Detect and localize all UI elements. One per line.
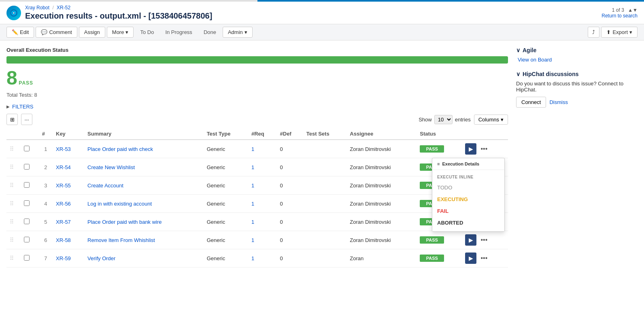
row-summary-link[interactable]: Place Order paid with check <box>87 146 153 152</box>
dropdown-execute-inline-section: EXECUTE INLINE TODO EXECUTING FAIL ABORT… <box>432 170 504 231</box>
row-checkbox[interactable] <box>24 182 30 188</box>
header-right: 1 of 3 ▲▼ Return to search <box>601 7 638 19</box>
edit-button[interactable]: ✏️ Edit <box>6 27 34 38</box>
row-key-link[interactable]: XR-56 <box>56 201 71 207</box>
row-summary-link[interactable]: Place Order paid with bank wire <box>87 219 162 225</box>
assign-button[interactable]: Assign <box>79 27 105 38</box>
columns-button[interactable]: Columns ▾ <box>474 115 508 125</box>
row-req-link[interactable]: 1 <box>251 183 254 189</box>
table-header-row: # Key Summary Test Type #Req #Def Test S… <box>6 128 508 140</box>
agile-title[interactable]: ∨ Agile <box>516 47 638 53</box>
row-req-link[interactable]: 1 <box>251 201 254 207</box>
row-status-cell: PASS <box>417 140 462 158</box>
row-assignee-cell: Zoran Dimitrovski <box>346 140 417 158</box>
row-checkbox[interactable] <box>24 146 30 151</box>
dropdown-todo[interactable]: TODO <box>432 182 504 193</box>
row-checkbox[interactable] <box>24 219 30 224</box>
export-button[interactable]: ⬆ Export ▾ <box>601 27 638 38</box>
todo-button[interactable]: To Do <box>135 27 159 37</box>
row-req-cell: 1 <box>248 140 277 158</box>
row-req-link[interactable]: 1 <box>251 255 254 261</box>
th-def: #Def <box>277 128 303 140</box>
execution-status-label: Overall Execution Status <box>6 47 508 53</box>
row-summary-link[interactable]: Create Account <box>87 183 123 189</box>
dropdown-fail[interactable]: FAIL <box>432 205 504 217</box>
row-key-link[interactable]: XR-57 <box>56 219 71 225</box>
row-test-sets-cell <box>303 231 347 249</box>
row-key-link[interactable]: XR-53 <box>56 146 71 152</box>
row-req-link[interactable]: 1 <box>251 146 254 152</box>
pagination-arrows[interactable]: ▲▼ <box>628 7 638 13</box>
comment-button[interactable]: 💬 Comment <box>36 27 77 38</box>
row-summary-link[interactable]: Create New Wishlist <box>87 164 135 170</box>
export-chevron-icon: ▾ <box>629 29 632 35</box>
entries-label: entries <box>455 117 471 123</box>
dropdown-aborted[interactable]: ABORTED <box>432 217 504 229</box>
th-summary: Summary <box>84 128 204 140</box>
done-button[interactable]: Done <box>199 27 221 37</box>
row-req-link[interactable]: 1 <box>251 219 254 225</box>
table-options-button[interactable]: ··· <box>21 114 32 125</box>
share-button[interactable]: ⤴ <box>588 27 599 38</box>
filters-label: FILTERS <box>12 104 34 110</box>
row-checkbox[interactable] <box>24 237 30 242</box>
breadcrumb-project[interactable]: Xray Robot <box>25 5 49 11</box>
connect-button[interactable]: Connect <box>516 97 546 108</box>
row-assignee-cell: Zoran Dimitrovski <box>346 195 417 213</box>
data-table: # Key Summary Test Type #Req #Def Test S… <box>6 128 508 267</box>
admin-button[interactable]: Admin ▾ <box>223 27 253 38</box>
run-button[interactable]: ▶ <box>465 253 476 264</box>
row-req-link[interactable]: 1 <box>251 164 254 170</box>
row-key-cell: XR-53 <box>53 140 84 158</box>
row-checkbox-cell <box>21 231 38 249</box>
more-button[interactable]: More ▾ <box>107 27 134 38</box>
row-key-link[interactable]: XR-59 <box>56 255 71 261</box>
view-on-board-link[interactable]: View on Board <box>518 57 638 63</box>
entries-select[interactable]: 10 25 50 <box>434 115 453 124</box>
row-assignee-cell: Zoran Dimitrovski <box>346 176 417 195</box>
row-checkbox[interactable] <box>24 255 30 261</box>
row-summary-link[interactable]: Log in with existing account <box>87 201 152 207</box>
row-number: 4 <box>39 195 53 213</box>
row-summary-link[interactable]: Verify Order <box>87 255 115 261</box>
hipchat-title[interactable]: ∨ HipChat discussions <box>516 71 638 77</box>
row-checkbox-cell <box>21 213 38 231</box>
row-more-button[interactable]: ••• <box>478 144 490 153</box>
in-progress-button[interactable]: In Progress <box>160 27 197 37</box>
row-checkbox[interactable] <box>24 200 30 206</box>
dropdown-executing[interactable]: EXECUTING <box>432 193 504 205</box>
pagination-label: 1 of 3 <box>612 7 624 13</box>
row-req-link[interactable]: 1 <box>251 237 254 243</box>
row-key-link[interactable]: XR-54 <box>56 164 71 170</box>
filters-bar[interactable]: ▶ FILTERS <box>6 104 508 110</box>
row-key-link[interactable]: XR-55 <box>56 183 71 189</box>
row-summary-cell: Verify Order <box>84 249 204 267</box>
execute-inline-label: EXECUTE INLINE <box>432 172 504 182</box>
row-checkbox[interactable] <box>24 164 30 170</box>
th-drag <box>6 128 21 140</box>
row-key-link[interactable]: XR-58 <box>56 237 71 243</box>
run-button[interactable]: ▶ <box>465 234 476 246</box>
th-test-sets: Test Sets <box>303 128 347 140</box>
admin-chevron-icon: ▾ <box>244 29 247 35</box>
dismiss-button[interactable]: Dismiss <box>549 97 568 108</box>
row-test-sets-cell <box>303 140 347 158</box>
share-icon: ⤴ <box>592 29 595 35</box>
row-summary-link[interactable]: Remove Item From Whishlist <box>87 237 155 243</box>
drag-handle-icon: ⠿ <box>10 237 13 243</box>
status-badge: PASS <box>420 236 444 244</box>
th-actions <box>462 128 508 140</box>
row-number: 5 <box>39 213 53 231</box>
drag-handle-icon: ⠿ <box>10 182 13 189</box>
table-view-button[interactable]: ⊞ <box>6 114 18 125</box>
content-area: Overall Execution Status 8 PASS Total Te… <box>6 47 508 267</box>
execution-dropdown-menu: ≡ Execution Details EXECUTE INLINE TODO … <box>432 158 505 232</box>
run-button[interactable]: ▶ <box>465 143 476 155</box>
breadcrumb-issue[interactable]: XR-52 <box>57 5 70 11</box>
row-more-button[interactable]: ••• <box>478 254 490 263</box>
row-more-button[interactable]: ••• <box>478 236 490 244</box>
th-key: Key <box>53 128 84 140</box>
row-test-sets-cell <box>303 249 347 267</box>
page-title: Execution results - output.xml - [153840… <box>25 11 212 21</box>
return-to-search-link[interactable]: Return to search <box>601 13 638 19</box>
